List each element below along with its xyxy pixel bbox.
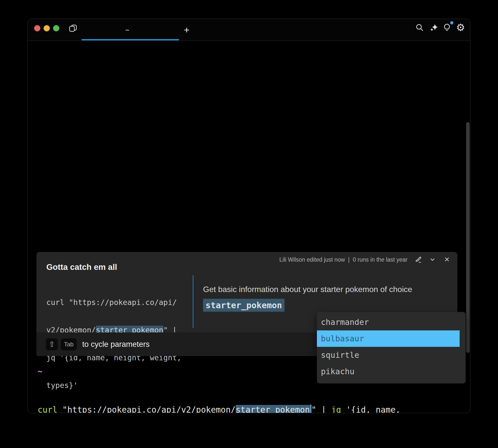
selected-parameter[interactable]: starter_pokemon	[236, 405, 310, 413]
command-line: curl "https://pokeapi.co/api/	[46, 298, 181, 307]
lightbulb-icon	[442, 23, 451, 32]
maximize-window-button[interactable]	[53, 25, 59, 31]
tab-key-badge: Tab	[61, 338, 77, 350]
tabs-overview-icon	[68, 24, 78, 33]
close-icon	[443, 256, 450, 263]
parameter-token[interactable]: starter_pokemon	[203, 299, 285, 312]
new-tab-button[interactable]: +	[184, 25, 189, 35]
workflow-meta: Lili Wilson edited just now | 0 runs in …	[279, 256, 451, 263]
settings-button[interactable]: ⚙	[455, 22, 466, 31]
terminal-prompt: ~	[38, 367, 42, 376]
terminal-command-input[interactable]: curl "https://pokeapi.co/api/v2/pokemon/…	[38, 382, 400, 413]
shift-key-badge: ⇧	[46, 338, 58, 350]
titlebar: ~ + ⚙	[28, 19, 470, 41]
minimize-window-button[interactable]	[44, 25, 50, 31]
gear-icon: ⚙	[456, 22, 465, 33]
tips-button[interactable]	[442, 23, 451, 32]
workflow-description: Get basic information about your starter…	[203, 285, 412, 294]
close-panel-button[interactable]	[443, 256, 451, 263]
active-tab-underline	[81, 39, 179, 40]
chevron-down-icon	[429, 256, 436, 263]
shift-icon: ⇧	[49, 340, 55, 349]
parameter-dropdown: charmander bulbasaur squirtle pikachu	[317, 312, 466, 383]
close-window-button[interactable]	[34, 25, 40, 31]
dropdown-option-pikachu[interactable]: pikachu	[317, 363, 466, 380]
edit-workflow-button[interactable]	[415, 256, 422, 263]
sparkles-icon	[429, 23, 438, 32]
dropdown-option-bulbasaur[interactable]: bulbasaur	[317, 330, 460, 347]
workflow-meta-text: Lili Wilson edited just now | 0 runs in …	[279, 256, 408, 263]
tabs-overview-button[interactable]	[68, 24, 78, 33]
terminal-scrollbar[interactable]	[466, 122, 470, 353]
notification-dot	[450, 21, 453, 24]
terminal-command-line-1: curl "https://pokeapi.co/api/v2/pokemon/…	[38, 404, 400, 413]
hint-text: to cycle parameters	[82, 340, 150, 349]
tab-home[interactable]: ~	[125, 26, 129, 34]
workflow-title: Gotta catch em all	[46, 262, 117, 272]
column-divider	[193, 275, 193, 328]
pencil-icon	[415, 256, 422, 263]
collapse-panel-button[interactable]	[429, 256, 436, 263]
dropdown-option-squirtle[interactable]: squirtle	[317, 347, 466, 363]
search-button[interactable]	[415, 23, 424, 32]
dropdown-option-charmander[interactable]: charmander	[317, 314, 466, 330]
ai-button[interactable]	[429, 23, 438, 32]
terminal-window: ~ + ⚙ Lili Wilson edited	[27, 19, 470, 413]
search-icon	[415, 23, 424, 32]
